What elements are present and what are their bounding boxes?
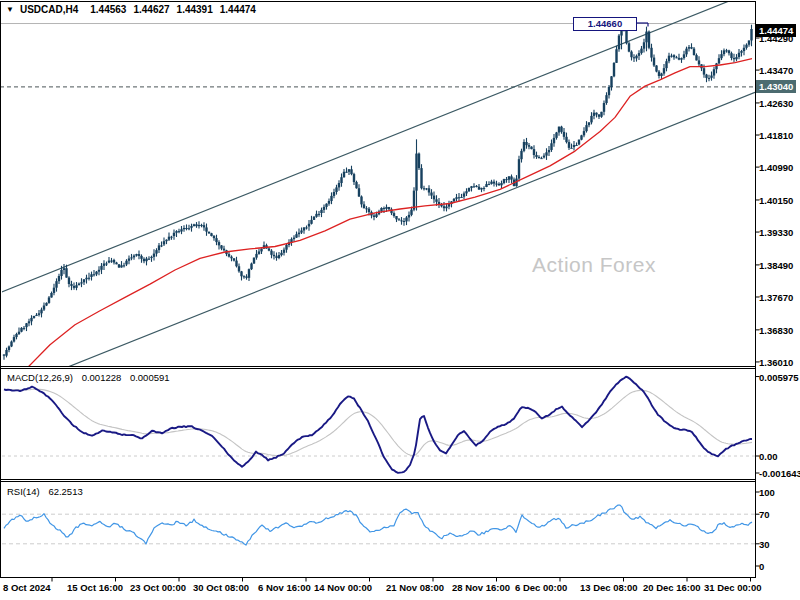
rsi-axis-label: 30	[759, 538, 770, 549]
price-axis-label: 1.40150	[759, 195, 793, 206]
price-axis-label: 1.36830	[759, 324, 793, 335]
macd-signal-value: 0.000591	[130, 372, 170, 383]
action-forex-watermark: Action Forex	[532, 253, 656, 277]
macd-indicator-label: MACD(12,26,9) 0.001228 0.000591	[7, 372, 176, 383]
chart-canvas[interactable]	[0, 0, 800, 600]
date-axis-label: 15 Oct 16:00	[67, 582, 123, 593]
trading-chart-window: ▼ USDCAD,H4 1.44563 1.44627 1.44391 1.44…	[0, 0, 800, 600]
price-axis-label: 1.37670	[759, 292, 793, 303]
ohlc-high-value: 1.44627	[133, 4, 169, 15]
price-axis-label: 1.40990	[759, 162, 793, 173]
macd-name: MACD(12,26,9)	[7, 372, 73, 383]
rsi-axis-label: 100	[759, 487, 775, 498]
date-axis-label: 13 Dec 08:00	[580, 582, 638, 593]
symbol-timeframe-label: USDCAD,H4	[20, 4, 78, 15]
date-axis-label: 21 Nov 08:00	[386, 582, 444, 593]
date-axis-label: 8 Oct 2024	[3, 582, 51, 593]
price-axis-label: 1.41810	[759, 130, 793, 141]
rsi-axis-label: 0	[759, 561, 764, 572]
macd-axis-label: -0.001643	[759, 468, 800, 479]
date-axis-label: 6 Dec 00:00	[515, 582, 567, 593]
price-axis-label: 1.39330	[759, 227, 793, 238]
ohlc-low-value: 1.44391	[177, 4, 213, 15]
date-axis-label: 6 Nov 16:00	[258, 582, 311, 593]
chart-header: ▼ USDCAD,H4 1.44563 1.44627 1.44391 1.44…	[6, 4, 263, 15]
macd-main-value: 0.001228	[82, 372, 122, 383]
ohlc-close-value: 1.44474	[220, 4, 256, 15]
price-axis-label: 1.43470	[759, 65, 793, 76]
date-axis-label: 31 Dec 00:00	[704, 582, 762, 593]
ohlc-open-value: 1.44563	[90, 4, 126, 15]
macd-axis-label: 0.00	[759, 451, 778, 462]
level-price-tag: 1.43040	[756, 80, 796, 93]
symbol-dropdown-icon[interactable]: ▼	[6, 5, 14, 15]
price-axis-label: 1.38490	[759, 259, 793, 270]
rsi-axis-label: 70	[759, 509, 770, 520]
macd-axis-label: 0.005975	[759, 371, 799, 382]
date-axis-label: 23 Oct 00:00	[130, 582, 186, 593]
date-axis-label: 30 Oct 08:00	[193, 582, 249, 593]
price-axis-label: 1.36010	[759, 356, 793, 367]
current-price-tag: 1.44474	[756, 24, 796, 37]
rsi-name: RSI(14)	[7, 486, 40, 497]
high-price-annotation[interactable]: 1.44660	[573, 17, 637, 31]
rsi-value: 62.2513	[48, 486, 82, 497]
rsi-indicator-label: RSI(14) 62.2513	[7, 486, 89, 497]
date-axis-label: 20 Dec 16:00	[643, 582, 701, 593]
price-axis-label: 1.42630	[759, 97, 793, 108]
date-axis-label: 14 Nov 00:00	[314, 582, 372, 593]
date-axis-label: 28 Nov 16:00	[452, 582, 510, 593]
